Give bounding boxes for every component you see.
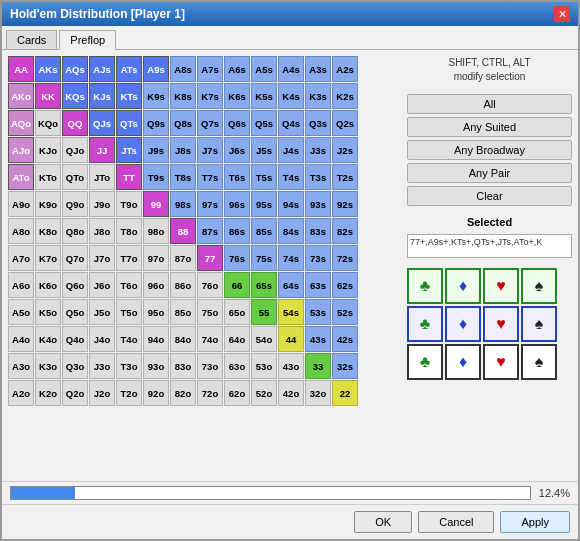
hand-cell[interactable]: T6o <box>116 272 142 298</box>
hand-cell[interactable]: 88 <box>170 218 196 244</box>
hand-cell[interactable]: K6o <box>35 272 61 298</box>
hand-cell[interactable]: KQo <box>35 110 61 136</box>
hand-cell[interactable]: K5s <box>251 83 277 109</box>
hand-cell[interactable]: K8s <box>170 83 196 109</box>
hand-cell[interactable]: ATs <box>116 56 142 82</box>
suit-cell[interactable]: ♠ <box>521 268 557 304</box>
hand-cell[interactable]: J4o <box>89 326 115 352</box>
hand-cell[interactable]: 54o <box>251 326 277 352</box>
hand-cell[interactable]: T4o <box>116 326 142 352</box>
hand-cell[interactable]: A5o <box>8 299 34 325</box>
hand-cell[interactable]: J3s <box>305 137 331 163</box>
hand-cell[interactable]: 84s <box>278 218 304 244</box>
hand-cell[interactable]: 63o <box>224 353 250 379</box>
hand-cell[interactable]: A6o <box>8 272 34 298</box>
hand-cell[interactable]: Q9s <box>143 110 169 136</box>
hand-cell[interactable]: K3o <box>35 353 61 379</box>
hand-cell[interactable]: 62o <box>224 380 250 406</box>
hand-cell[interactable]: 92s <box>332 191 358 217</box>
hand-cell[interactable]: 82s <box>332 218 358 244</box>
hand-cell[interactable]: 96o <box>143 272 169 298</box>
suit-cell[interactable]: ♦ <box>445 344 481 380</box>
hand-cell[interactable]: 83o <box>170 353 196 379</box>
hand-cell[interactable]: 94o <box>143 326 169 352</box>
hand-cell[interactable]: 64s <box>278 272 304 298</box>
hand-cell[interactable]: T8o <box>116 218 142 244</box>
hand-cell[interactable]: 43o <box>278 353 304 379</box>
suit-cell[interactable]: ♥ <box>483 344 519 380</box>
hand-cell[interactable]: 94s <box>278 191 304 217</box>
hand-cell[interactable]: A6s <box>224 56 250 82</box>
hand-cell[interactable]: 77 <box>197 245 223 271</box>
hand-cell[interactable]: AA <box>8 56 34 82</box>
hand-cell[interactable]: 64o <box>224 326 250 352</box>
hand-cell[interactable]: JTs <box>116 137 142 163</box>
hand-cell[interactable]: 43s <box>305 326 331 352</box>
apply-button[interactable]: Apply <box>500 511 570 533</box>
hand-cell[interactable]: A5s <box>251 56 277 82</box>
hand-cell[interactable]: J8o <box>89 218 115 244</box>
hand-cell[interactable]: A4o <box>8 326 34 352</box>
hand-cell[interactable]: A3s <box>305 56 331 82</box>
hand-cell[interactable]: A9s <box>143 56 169 82</box>
hand-cell[interactable]: 73s <box>305 245 331 271</box>
any-suited-button[interactable]: Any Suited <box>407 117 572 137</box>
hand-cell[interactable]: K8o <box>35 218 61 244</box>
hand-cell[interactable]: T2o <box>116 380 142 406</box>
hand-cell[interactable]: T9o <box>116 191 142 217</box>
hand-cell[interactable]: T6s <box>224 164 250 190</box>
any-broadway-button[interactable]: Any Broadway <box>407 140 572 160</box>
hand-cell[interactable]: J5s <box>251 137 277 163</box>
hand-cell[interactable]: TT <box>116 164 142 190</box>
hand-cell[interactable]: 74s <box>278 245 304 271</box>
hand-cell[interactable]: 86s <box>224 218 250 244</box>
hand-cell[interactable]: K9o <box>35 191 61 217</box>
hand-cell[interactable]: J9o <box>89 191 115 217</box>
hand-cell[interactable]: AKo <box>8 83 34 109</box>
hand-cell[interactable]: T5s <box>251 164 277 190</box>
hand-cell[interactable]: Q9o <box>62 191 88 217</box>
hand-cell[interactable]: K9s <box>143 83 169 109</box>
hand-cell[interactable]: T7o <box>116 245 142 271</box>
suit-cell[interactable]: ♣ <box>407 306 443 342</box>
hand-cell[interactable]: T3o <box>116 353 142 379</box>
hand-cell[interactable]: QJs <box>89 110 115 136</box>
hand-cell[interactable]: J6s <box>224 137 250 163</box>
cancel-button[interactable]: Cancel <box>418 511 494 533</box>
hand-cell[interactable]: KTs <box>116 83 142 109</box>
hand-cell[interactable]: 53o <box>251 353 277 379</box>
hand-cell[interactable]: 92o <box>143 380 169 406</box>
hand-cell[interactable]: 83s <box>305 218 331 244</box>
hand-cell[interactable]: 62s <box>332 272 358 298</box>
hand-cell[interactable]: 75s <box>251 245 277 271</box>
hand-cell[interactable]: Q2s <box>332 110 358 136</box>
hand-cell[interactable]: A8s <box>170 56 196 82</box>
hand-cell[interactable]: 87s <box>197 218 223 244</box>
hand-cell[interactable]: A4s <box>278 56 304 82</box>
hand-cell[interactable]: 73o <box>197 353 223 379</box>
hand-cell[interactable]: 98o <box>143 218 169 244</box>
hand-cell[interactable]: J5o <box>89 299 115 325</box>
hand-cell[interactable]: 99 <box>143 191 169 217</box>
hand-cell[interactable]: QTo <box>62 164 88 190</box>
hand-cell[interactable]: A3o <box>8 353 34 379</box>
hand-cell[interactable]: A7o <box>8 245 34 271</box>
hand-cell[interactable]: 65s <box>251 272 277 298</box>
hand-cell[interactable]: 53s <box>305 299 331 325</box>
any-pair-button[interactable]: Any Pair <box>407 163 572 183</box>
hand-cell[interactable]: J3o <box>89 353 115 379</box>
hand-cell[interactable]: J7o <box>89 245 115 271</box>
hand-cell[interactable]: J6o <box>89 272 115 298</box>
hand-cell[interactable]: KK <box>35 83 61 109</box>
tab-cards[interactable]: Cards <box>6 30 57 49</box>
hand-cell[interactable]: KJo <box>35 137 61 163</box>
hand-cell[interactable]: 95o <box>143 299 169 325</box>
hand-cell[interactable]: 85o <box>170 299 196 325</box>
suit-cell[interactable]: ♠ <box>521 306 557 342</box>
hand-cell[interactable]: AQs <box>62 56 88 82</box>
hand-cell[interactable]: K4s <box>278 83 304 109</box>
hand-cell[interactable]: 42s <box>332 326 358 352</box>
hand-cell[interactable]: Q4s <box>278 110 304 136</box>
hand-cell[interactable]: 32o <box>305 380 331 406</box>
hand-cell[interactable]: A7s <box>197 56 223 82</box>
